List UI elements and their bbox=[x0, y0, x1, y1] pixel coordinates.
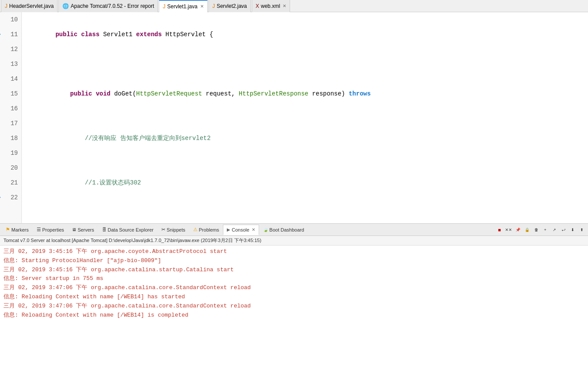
code-editor: 10 ↪11 12 13 14 15 16 17 18 19 20 21 ↪22… bbox=[0, 12, 588, 224]
properties-icon: ☰ bbox=[37, 227, 41, 232]
scroll-lock-button[interactable]: 🔒 bbox=[523, 225, 531, 234]
tab-close-icon[interactable]: ✕ bbox=[200, 4, 204, 9]
code-text: public class Servlet1 extends HttpServle… bbox=[22, 12, 588, 223]
console-line-2: 信息: Starting ProtocolHandler ["ajp-bio-8… bbox=[3, 256, 585, 266]
xml-icon: X bbox=[256, 3, 259, 9]
tab-tomcat-error[interactable]: 🌐 Apache Tomcat/7.0.52 - Error report bbox=[58, 0, 158, 12]
panel-tab-bootdash[interactable]: 🍃 Boot Dashboard bbox=[259, 225, 308, 235]
console-line-7: 三月 02, 2019 3:47:06 下午 org.apache.catali… bbox=[3, 302, 585, 311]
tab-close-xml-icon[interactable]: ✕ bbox=[283, 3, 286, 8]
panel-tab-snippets[interactable]: ✂ Snippets bbox=[157, 225, 189, 235]
console-close-icon[interactable]: ✕ bbox=[252, 227, 255, 232]
stop-button[interactable]: ■ bbox=[495, 225, 504, 234]
minimize-button[interactable]: ⬇ bbox=[568, 225, 577, 234]
code-line-14: //response.setStatus(302); bbox=[26, 205, 588, 223]
console-line-5: 三月 02, 2019 3:47:06 下午 org.apache.catali… bbox=[3, 283, 585, 293]
markers-icon: ⚑ bbox=[6, 227, 10, 232]
panel-tab-datasource[interactable]: 🗄 Data Source Explorer bbox=[98, 225, 157, 235]
datasource-icon: 🗄 bbox=[102, 227, 106, 232]
console-line-4: 信息: Server startup in 755 ms bbox=[3, 274, 585, 283]
pin-button[interactable]: 📌 bbox=[513, 225, 522, 234]
snippets-icon: ✂ bbox=[161, 227, 165, 232]
boot-icon: 🍃 bbox=[263, 227, 268, 232]
console-line-3: 三月 02, 2019 3:45:16 下午 org.apache.catali… bbox=[3, 266, 585, 275]
editor-tab-bar: J HeaderServlet.java 🌐 Apache Tomcat/7.0… bbox=[0, 0, 588, 12]
open-console-button[interactable]: ↗ bbox=[550, 225, 559, 234]
maximize-button[interactable]: ⬆ bbox=[578, 225, 586, 234]
tab-servlet1[interactable]: J Servlet1.java ✕ bbox=[159, 0, 207, 12]
tab-label: web.xml bbox=[261, 3, 280, 9]
console-line-6: 信息: Reloading Context with name [/WEB14]… bbox=[3, 293, 585, 302]
remove-all-button[interactable]: ✕✕ bbox=[504, 225, 513, 234]
console-icon: ▶ bbox=[227, 227, 230, 232]
panel-tab-properties[interactable]: ☰ Properties bbox=[33, 225, 68, 235]
line-numbers: 10 ↪11 12 13 14 15 16 17 18 19 20 21 ↪22 bbox=[0, 12, 22, 223]
console-header: Tomcat v7.0 Server at localhost [Apache … bbox=[0, 236, 588, 246]
code-line-13: //1.设置状态码302 bbox=[26, 160, 588, 205]
tab-label: HeaderServlet.java bbox=[9, 3, 54, 9]
java-icon: J bbox=[163, 3, 165, 10]
panel-tab-console[interactable]: ▶ Console ✕ bbox=[223, 225, 259, 235]
tab-header-servlet[interactable]: J HeaderServlet.java bbox=[1, 0, 58, 12]
panel-tab-servers[interactable]: 🖥 Servers bbox=[68, 225, 98, 235]
word-wrap-button[interactable]: ⮐ bbox=[559, 225, 568, 234]
code-line-10 bbox=[26, 57, 588, 72]
servers-icon: 🖥 bbox=[72, 227, 76, 232]
panel-tab-problems[interactable]: ⚠ Problems bbox=[189, 225, 223, 235]
tab-label: Servlet1.java bbox=[167, 3, 197, 10]
tab-label: Servlet2.java bbox=[217, 3, 247, 9]
console-line-8: 信息: Reloading Context with name [/WEB14]… bbox=[3, 311, 585, 320]
problems-icon: ⚠ bbox=[193, 227, 198, 232]
console-line-1: 三月 02, 2019 3:45:16 下午 org.apache.coyote… bbox=[3, 247, 585, 256]
java-icon: J bbox=[5, 3, 7, 9]
tab-web-xml[interactable]: X web.xml ✕ bbox=[252, 0, 290, 12]
new-console-button[interactable]: + bbox=[541, 225, 550, 234]
java-icon: J bbox=[212, 3, 215, 9]
code-line-header: public class Servlet1 extends HttpServle… bbox=[26, 12, 588, 57]
panel-tab-markers[interactable]: ⚑ Markers bbox=[2, 225, 33, 235]
web-icon: 🌐 bbox=[62, 3, 69, 9]
tab-label: Apache Tomcat/7.0.52 - Error report bbox=[71, 3, 154, 9]
bottom-panel: ⚑ Markers ☰ Properties 🖥 Servers 🗄 Data … bbox=[0, 224, 588, 372]
horizontal-scrollbar[interactable] bbox=[0, 223, 588, 224]
tab-servlet2[interactable]: J Servlet2.java bbox=[209, 0, 251, 12]
clear-button[interactable]: 🗑 bbox=[532, 225, 540, 234]
code-line-11: public void doGet(HttpServletRequest req… bbox=[26, 72, 588, 116]
code-line-12: //没有响应 告知客户端去重定向到servlet2 bbox=[26, 116, 588, 160]
console-body[interactable]: 三月 02, 2019 3:45:16 下午 org.apache.coyote… bbox=[0, 246, 588, 372]
